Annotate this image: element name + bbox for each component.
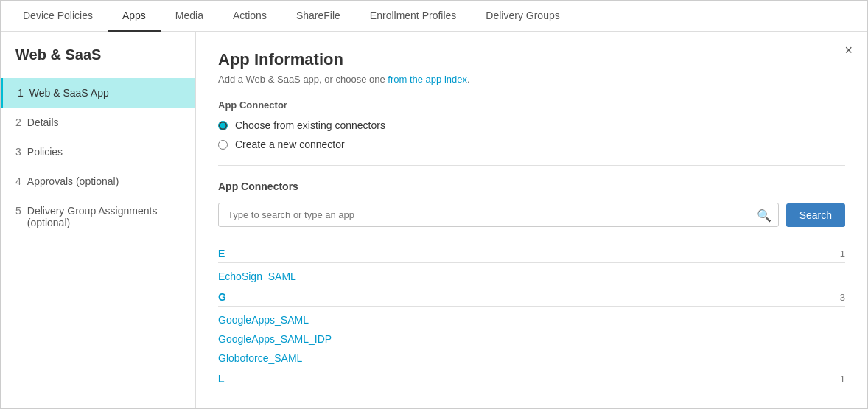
search-button[interactable]: Search xyxy=(786,203,845,227)
tab-device-policies[interactable]: Device Policies xyxy=(8,1,108,32)
tab-media[interactable]: Media xyxy=(161,1,218,32)
tab-delivery-groups[interactable]: Delivery Groups xyxy=(471,1,574,32)
app-connector-label: App Connector xyxy=(218,99,845,111)
right-panel: × App Information Add a Web & SaaS app, … xyxy=(196,32,867,408)
step-num-delivery-group-assignments: 5 xyxy=(15,205,21,217)
panel-subtitle: Add a Web & SaaS app, or choose one from… xyxy=(218,74,845,85)
letter-group-g: G 3 GoogleApps_SAML GoogleApps_SAML_IDP … xyxy=(218,285,845,367)
letter-header-g: G 3 xyxy=(218,285,845,307)
app-echosign-saml[interactable]: EchoSign_SAML xyxy=(218,266,845,285)
letter-g: G xyxy=(218,291,226,303)
sidebar-title: Web & SaaS xyxy=(1,46,195,78)
sidebar-label-details: Details xyxy=(27,116,59,128)
letter-header-l: L 1 xyxy=(218,367,845,388)
sidebar-label-policies: Policies xyxy=(27,146,63,158)
step-num-approvals: 4 xyxy=(15,175,21,187)
panel-title: App Information xyxy=(218,50,845,69)
app-globoforce-saml[interactable]: Globoforce_SAML xyxy=(218,348,845,367)
tab-actions[interactable]: Actions xyxy=(218,1,281,32)
tab-sharefile[interactable]: ShareFile xyxy=(281,1,355,32)
close-button[interactable]: × xyxy=(844,43,853,58)
count-e: 1 xyxy=(840,248,845,259)
tab-enrollment-profiles[interactable]: Enrollment Profiles xyxy=(355,1,472,32)
app-googleapps-saml-idp[interactable]: GoogleApps_SAML_IDP xyxy=(218,329,845,348)
choose-existing-option[interactable]: Choose from existing connectors xyxy=(218,119,845,131)
letter-e: E xyxy=(218,248,225,259)
sidebar-item-web-saas-app[interactable]: 1 Web & SaaS App xyxy=(1,78,195,108)
top-nav: Device PoliciesAppsMediaActionsShareFile… xyxy=(1,1,867,32)
letter-group-l: L 1 xyxy=(218,367,845,388)
step-num-details: 2 xyxy=(15,116,21,128)
letter-l: L xyxy=(218,373,225,385)
count-g: 3 xyxy=(840,292,845,303)
sidebar-item-approvals[interactable]: 4 Approvals (optional) xyxy=(1,167,195,196)
letter-group-e: E 1 EchoSign_SAML xyxy=(218,242,845,285)
create-new-radio[interactable] xyxy=(218,140,228,150)
choose-existing-radio[interactable] xyxy=(218,121,228,130)
search-row: 🔍 Search xyxy=(218,203,845,227)
main-content: Web & SaaS 1 Web & SaaS App2 Details3 Po… xyxy=(1,32,867,408)
divider xyxy=(218,165,845,166)
step-num-policies: 3 xyxy=(15,146,21,158)
app-container: Device PoliciesAppsMediaActionsShareFile… xyxy=(0,0,868,409)
letter-header-e: E 1 xyxy=(218,242,845,263)
search-icon: 🔍 xyxy=(757,208,771,222)
sidebar-item-policies[interactable]: 3 Policies xyxy=(1,137,195,167)
tab-apps[interactable]: Apps xyxy=(108,1,161,32)
sidebar-label-delivery-group-assignments: Delivery Group Assignments (optional) xyxy=(27,205,181,228)
search-input[interactable] xyxy=(218,203,779,227)
app-list: E 1 EchoSign_SAML G 3 GoogleApps_SAML Go… xyxy=(218,242,845,391)
choose-existing-label: Choose from existing connectors xyxy=(235,119,385,131)
sidebar-item-delivery-group-assignments[interactable]: 5 Delivery Group Assignments (optional) xyxy=(1,196,195,237)
sidebar-label-approvals: Approvals (optional) xyxy=(27,175,119,187)
app-index-link[interactable]: from the app index xyxy=(388,74,467,85)
create-new-option[interactable]: Create a new connector xyxy=(218,139,845,150)
app-connectors-label: App Connectors xyxy=(218,181,845,192)
step-num-web-saas-app: 1 xyxy=(18,87,24,99)
connector-radio-group: Choose from existing connectors Create a… xyxy=(218,119,845,150)
sidebar-item-details[interactable]: 2 Details xyxy=(1,108,195,137)
sidebar-label-web-saas-app: Web & SaaS App xyxy=(29,87,109,99)
search-input-wrapper: 🔍 xyxy=(218,203,779,227)
sidebar: Web & SaaS 1 Web & SaaS App2 Details3 Po… xyxy=(1,32,196,408)
count-l: 1 xyxy=(840,374,845,385)
create-new-label: Create a new connector xyxy=(235,139,345,150)
app-googleapps-saml[interactable]: GoogleApps_SAML xyxy=(218,310,845,329)
